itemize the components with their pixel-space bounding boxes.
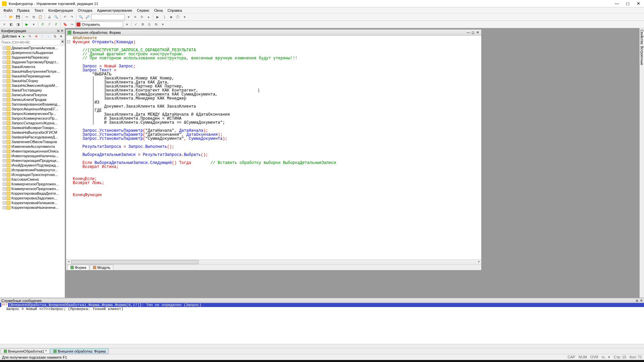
tb2-comment2[interactable]: // bbox=[53, 21, 59, 27]
config-panel-close[interactable]: ✕ bbox=[61, 29, 63, 33]
messages-body[interactable]: err {ВнешняяОбработка.ВнешняяОбработка1.… bbox=[0, 303, 644, 344]
maximize-button[interactable]: ◻ bbox=[625, 1, 631, 6]
debug-start[interactable]: ▶ bbox=[155, 14, 161, 20]
preview-button[interactable]: 🔍 bbox=[53, 14, 59, 20]
menu-Администрирование[interactable]: Администрирование bbox=[95, 8, 134, 13]
app-taskbar-button[interactable] bbox=[60, 361, 75, 362]
tree-item[interactable]: +ЗаявкаНаРасходованиеД... bbox=[0, 135, 65, 139]
editor-hscroll[interactable]: ◂▸ bbox=[66, 259, 481, 264]
lp-edit[interactable]: ✎ bbox=[27, 34, 33, 40]
tree-item[interactable]: +ЗаписьКнигиПокупок bbox=[0, 93, 65, 97]
lp-del[interactable]: ✕ bbox=[33, 34, 39, 40]
debug-stop[interactable]: ■ bbox=[168, 14, 174, 20]
tab-form[interactable]: Форма bbox=[67, 265, 89, 270]
tree-item[interactable]: +ДоверенностьВыданная bbox=[0, 50, 65, 55]
search-clear[interactable]: ✕ bbox=[132, 14, 138, 20]
tree-item[interactable]: +ЗаказПоставщику bbox=[0, 88, 65, 93]
procedure-combo[interactable]: Отправить bbox=[75, 21, 123, 27]
tree-item[interactable]: +ЗаявкаНаВозвратТоваро... bbox=[0, 125, 65, 130]
tree-item[interactable]: +ЗапланированноеВзаимод... bbox=[0, 102, 65, 107]
menu-Конфигурация[interactable]: Конфигурация bbox=[46, 8, 75, 13]
tree-item[interactable]: +ИзменениеАссортимента bbox=[0, 144, 65, 149]
menu-Сервис[interactable]: Сервис bbox=[135, 8, 152, 13]
mdi-close[interactable]: ✕ bbox=[475, 31, 480, 34]
doctab[interactable]: ВнешняяОбработка1 * bbox=[1, 349, 50, 354]
tree-item[interactable]: +ЗаданиеНаПеревозку bbox=[0, 55, 65, 60]
error-line[interactable]: err {ВнешняяОбработка.ВнешняяОбработка1.… bbox=[0, 303, 644, 307]
mdi-minimize[interactable]: — bbox=[466, 31, 471, 34]
tree-item[interactable]: +КорректировкаЗадолжен... bbox=[0, 196, 65, 200]
start-button[interactable]: ⊞ bbox=[1, 361, 16, 362]
tb2-syntax3[interactable]: ⎙ bbox=[146, 21, 152, 27]
tree-item[interactable]: +КорректировкаНазначени... bbox=[0, 205, 65, 210]
tree-item[interactable]: +ЗапросКоммерческихПр... bbox=[0, 111, 65, 116]
config-search-input[interactable] bbox=[0, 40, 60, 45]
taskview-button[interactable]: ⧉ bbox=[31, 361, 46, 362]
tree-item[interactable]: +ЗаказНаПеремещение bbox=[0, 74, 65, 78]
tree-item[interactable]: +ЗаданиеТорговомуПредст... bbox=[0, 60, 65, 64]
save-button[interactable]: 💾 bbox=[15, 14, 21, 20]
tree-item[interactable]: +ИнвентаризацияПродукци... bbox=[0, 158, 65, 163]
tree-item[interactable]: +ИсправлениеРазвернутог... bbox=[0, 168, 65, 172]
tree-item[interactable]: +ИнвентаризацияНаличны... bbox=[0, 154, 65, 158]
new-button[interactable]: 📄 bbox=[1, 14, 7, 20]
mdi-maximize[interactable]: ◻ bbox=[471, 31, 475, 34]
tree-item[interactable]: +КорректировкаИзлишков... bbox=[0, 200, 65, 205]
tree-item[interactable]: +КоммерческоеПредложен... bbox=[0, 182, 65, 186]
tree-item[interactable]: +ЗаписьКнигиПродаж bbox=[0, 97, 65, 102]
tree-item[interactable]: +ЗапросСкладскогоЖурна... bbox=[0, 121, 65, 125]
print-button[interactable]: 🖨 bbox=[46, 14, 52, 20]
tb2-btn2[interactable]: ◧ bbox=[8, 21, 14, 27]
config-search-clear[interactable]: ✕ bbox=[60, 40, 65, 45]
close-button[interactable]: ✕ bbox=[635, 1, 641, 6]
copy-button[interactable]: ⧉ bbox=[31, 14, 37, 20]
help-dropdown[interactable]: ▾ bbox=[181, 14, 187, 20]
tree-item[interactable]: +ЗапросКоммерческогоПр... bbox=[0, 116, 65, 121]
tb2-run[interactable]: ▶ bbox=[24, 21, 30, 27]
tree-item[interactable]: +КоммерческоеПредложен... bbox=[0, 186, 65, 191]
search-next[interactable]: ▸ bbox=[146, 14, 152, 20]
debug-step[interactable]: ⤵ bbox=[161, 14, 167, 20]
lp-add[interactable]: ● bbox=[21, 34, 27, 40]
tb2-dd[interactable]: ▾ bbox=[160, 21, 166, 27]
tree-item[interactable]: +ИнвентаризационнаяОпись bbox=[0, 149, 65, 154]
actions-menu[interactable]: Действия bbox=[1, 35, 18, 38]
lp-filter[interactable]: ▼ bbox=[58, 34, 64, 40]
tb2-run-dd[interactable]: ▾ bbox=[31, 21, 37, 27]
tb2-btn3[interactable]: ◨ bbox=[15, 21, 21, 27]
tb2-comment[interactable]: // bbox=[40, 21, 46, 27]
tb2-goto[interactable]: ↪ bbox=[69, 21, 75, 27]
tb2-uncomment[interactable]: // bbox=[46, 21, 52, 27]
lp-down[interactable]: ↓ bbox=[46, 34, 52, 40]
tree-item[interactable]: +ЗаявкаНаВыпускКиЗГИСМ bbox=[0, 130, 65, 135]
lp-sort[interactable]: ⇅ bbox=[52, 34, 58, 40]
tree-item[interactable]: +ДвижениеПрочихАктивов... bbox=[0, 46, 65, 50]
lp-up[interactable]: ↑ bbox=[40, 34, 46, 40]
tree-item[interactable]: +ЗапросАкцизныхМарокЕГ... bbox=[0, 107, 65, 111]
tree-item[interactable]: +ЗаказНаЭмиссиюКодовМ... bbox=[0, 83, 65, 88]
tree-item[interactable]: +ИнойДокументПодтвержд... bbox=[0, 163, 65, 168]
open-button[interactable]: 📂 bbox=[8, 14, 14, 20]
properties-dock[interactable]: Свойства: Встроенные bbox=[639, 28, 644, 298]
code-editor[interactable]: −&НаКлиентеФункция Отправить(Команда) //… bbox=[66, 36, 481, 259]
messages-hscroll[interactable] bbox=[0, 344, 644, 348]
paste-button[interactable]: 📋 bbox=[37, 14, 43, 20]
menu-Правка[interactable]: Правка bbox=[15, 8, 32, 13]
tb2-bookmark[interactable]: 🔖 bbox=[62, 21, 68, 27]
menu-Текст[interactable]: Текст bbox=[32, 8, 46, 13]
tree-item[interactable]: +КассоваяСмена bbox=[0, 177, 65, 182]
find-button[interactable]: 🔍 bbox=[78, 14, 84, 20]
tb2-syntax2[interactable]: ⚙ bbox=[140, 21, 146, 27]
search-button[interactable]: 🔍 bbox=[16, 361, 31, 362]
tb2-btn1[interactable]: ≡ bbox=[1, 21, 7, 27]
doctab[interactable]: Внешняя обработка: Форма bbox=[50, 349, 109, 354]
search-go[interactable]: ↻ bbox=[139, 14, 145, 20]
tree-item[interactable]: +КорректировкаВидаДеяте... bbox=[0, 191, 65, 196]
search-dropdown[interactable]: ▾ bbox=[125, 14, 131, 20]
tb2-syntax1[interactable]: ✓ bbox=[133, 21, 139, 27]
menu-Отладка[interactable]: Отладка bbox=[76, 8, 94, 13]
tree-item[interactable]: +ИсходящаяТранспортная... bbox=[0, 172, 65, 177]
search-input[interactable] bbox=[91, 14, 125, 20]
tab-module[interactable]: Модуль bbox=[90, 265, 113, 270]
menu-Справка[interactable]: Справка bbox=[165, 8, 184, 13]
